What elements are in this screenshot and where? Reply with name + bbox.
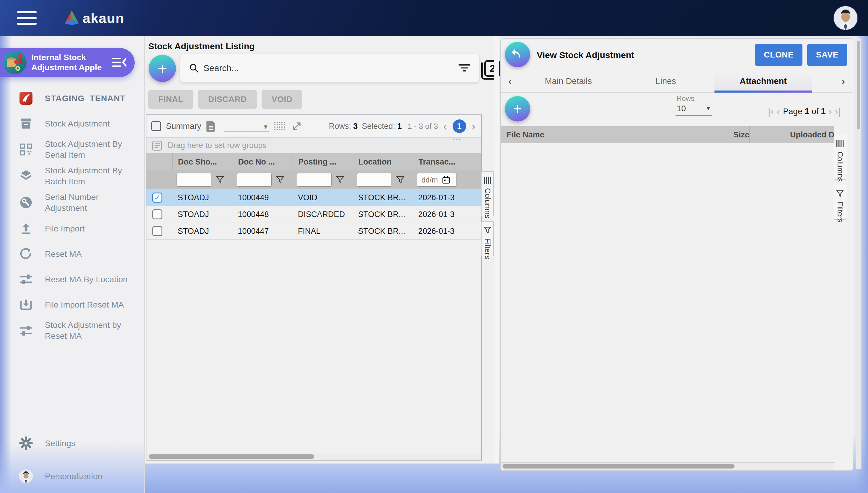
column-header-file-name[interactable]: File Name — [501, 126, 666, 143]
sidebar-item-label: Reset MA — [45, 249, 82, 259]
columns-side-tab[interactable]: Columns — [834, 135, 846, 179]
filter-input-doc-short[interactable] — [177, 173, 211, 187]
brand-triangle-icon — [64, 10, 80, 26]
download-box-icon — [19, 298, 33, 311]
funnel-icon[interactable] — [336, 175, 345, 184]
collapse-sidebar-icon[interactable] — [112, 57, 127, 68]
document-export-icon[interactable] — [206, 120, 216, 132]
filter-input-posting[interactable] — [297, 173, 331, 187]
tab-lines[interactable]: Lines — [617, 70, 714, 92]
sidebar-item-reset-ma[interactable]: Reset MA — [0, 241, 144, 266]
sidebar-item-stock-adjustment-by-serial-item[interactable]: Stock Adjustment By Serial Item — [0, 136, 144, 163]
detail-tab-bar: ‹ Main Details Lines Attachment › — [501, 70, 853, 92]
filters-side-tab[interactable]: Filters — [834, 185, 846, 220]
attachment-empty-area — [501, 143, 834, 462]
summary-checkbox[interactable] — [151, 121, 161, 131]
grid-density-icon[interactable] — [274, 120, 286, 132]
next-page-icon[interactable]: › — [470, 120, 477, 132]
table-row[interactable]: STOADJ 1000447 FINAL STOCK BR... 2026-01… — [146, 223, 481, 240]
discard-button[interactable]: DISCARD — [198, 90, 257, 109]
column-header-doc-no[interactable]: Doc No ... — [233, 153, 293, 170]
sidebar-item-label: STAGING_TENANT — [45, 93, 125, 104]
range-text: 1 - 3 of 3 — [408, 122, 438, 131]
template-dropdown[interactable]: ▼ — [224, 120, 269, 132]
filter-input-location[interactable] — [357, 173, 392, 187]
back-button[interactable] — [505, 42, 530, 67]
row-checkbox[interactable] — [152, 226, 162, 236]
cell-doc-short: STOADJ — [173, 210, 233, 219]
attachment-pagination: Rows 10 ▼ |‹ ‹ Page 1 of 1 › ›| — [675, 94, 841, 115]
sidebar-item-stock-adjustment[interactable]: Stock Adjustment — [0, 111, 144, 136]
column-header-size[interactable]: Size — [666, 126, 749, 143]
date-filter-input[interactable] — [419, 173, 441, 187]
cell-location: STOCK BR... — [353, 210, 413, 219]
brand-logo[interactable]: akaun — [64, 10, 124, 26]
column-header-location[interactable]: Location — [353, 153, 413, 170]
tabs-scroll-left-icon[interactable]: ‹ — [501, 70, 520, 92]
funnel-icon[interactable] — [396, 175, 405, 184]
hamburger-menu-icon[interactable] — [17, 11, 37, 25]
calendar-icon[interactable] — [442, 176, 450, 184]
row-group-drop-zone[interactable]: Drag here to set row groups — [146, 137, 481, 153]
table-row[interactable]: STOADJ 1000448 DISCARDED STOCK BR... 202… — [146, 206, 481, 223]
back-arrow-icon — [511, 48, 524, 61]
column-header-transaction[interactable]: Transac... — [413, 153, 481, 170]
add-stock-adjustment-button[interactable]: + — [149, 55, 176, 82]
sidebar-item-stock-adjustment-by-reset-ma[interactable]: Stock Adjustment by Reset MA — [0, 317, 144, 344]
expand-fullscreen-icon[interactable] — [290, 120, 303, 132]
column-header-doc-short[interactable]: Doc Sho... — [173, 153, 233, 170]
filter-lines-icon[interactable] — [458, 63, 471, 73]
table-row[interactable]: ✓ STOADJ 1000449 VOID STOCK BR... 2026-0… — [146, 189, 481, 206]
rows-count: Rows: 3 — [329, 122, 358, 131]
columns-side-tab[interactable]: Columns — [481, 171, 493, 216]
sidebar-item-settings[interactable]: Settings — [0, 430, 144, 456]
sidebar: Internal Stock Adjustment Apple STAGING_… — [0, 36, 145, 493]
attachment-header-row: File Name Size Uploaded D — [501, 126, 834, 143]
filter-input-doc-no[interactable] — [237, 173, 271, 187]
column-header-uploaded-date[interactable]: Uploaded D — [749, 126, 834, 143]
row-checkbox-checked[interactable]: ✓ — [152, 193, 162, 202]
scrollbar-thumb[interactable] — [857, 41, 860, 129]
sidebar-item-staging-tenant[interactable]: STAGING_TENANT — [0, 86, 144, 111]
rows-per-page-dropdown[interactable]: 10 ▼ — [675, 103, 712, 115]
scrollbar-thumb[interactable] — [149, 454, 314, 459]
sidebar-item-file-import-reset-ma[interactable]: File Import Reset MA — [0, 292, 144, 317]
sidebar-item-reset-ma-by-location[interactable]: Reset MA By Location — [0, 266, 144, 292]
user-avatar[interactable] — [833, 6, 858, 30]
rows-per-page-label: Rows — [677, 94, 841, 103]
chevron-down-icon: ▼ — [706, 106, 711, 112]
funnel-icon[interactable] — [216, 175, 224, 184]
wrench-circle-icon — [19, 196, 33, 209]
add-attachment-button[interactable]: + — [505, 96, 530, 122]
void-button[interactable]: VOID — [262, 90, 302, 109]
sidebar-item-personalization[interactable]: Personalization — [0, 464, 144, 489]
funnel-icon[interactable] — [276, 175, 285, 184]
search-input[interactable] — [203, 63, 454, 73]
clone-button[interactable]: CLONE — [755, 44, 803, 66]
attachment-side-tabs: Columns Filters — [834, 135, 846, 220]
scrollbar-thumb[interactable] — [503, 464, 734, 469]
filter-cell-doc-no — [233, 170, 293, 189]
save-button[interactable]: SAVE — [807, 44, 847, 66]
sidebar-item-file-import[interactable]: File Import — [0, 216, 144, 241]
sidebar-item-stock-adjustment-by-batch-item[interactable]: Stock Adjustment By Batch Item — [0, 163, 144, 189]
first-page-icon[interactable]: |‹ — [768, 106, 774, 116]
current-page-badge[interactable]: 1 — [452, 120, 466, 133]
column-header-posting[interactable]: Posting ... — [292, 153, 353, 170]
row-checkbox[interactable] — [152, 209, 162, 219]
filter-cell-posting — [292, 170, 353, 189]
final-button[interactable]: FINAL — [148, 90, 194, 109]
prev-page-icon[interactable]: ‹ — [442, 120, 448, 132]
next-page-icon[interactable]: › — [829, 106, 832, 116]
panel-divider-scrollbar[interactable] — [493, 36, 499, 464]
tab-attachment[interactable]: Attachment — [714, 70, 812, 92]
row-groups-icon — [152, 141, 162, 151]
tab-main-details[interactable]: Main Details — [520, 70, 617, 92]
prev-page-icon[interactable]: ‹ — [777, 106, 780, 116]
grid-toolbar: Summary ▼ — [146, 115, 481, 137]
last-page-icon[interactable]: ›| — [835, 106, 841, 116]
app-switcher-pill[interactable]: Internal Stock Adjustment Apple — [0, 48, 135, 77]
filters-side-tab[interactable]: Filters — [481, 221, 493, 256]
tabs-scroll-right-icon[interactable]: › — [834, 70, 853, 92]
sidebar-item-serial-number-adjustment[interactable]: Serial Number Adjustment — [0, 189, 144, 216]
